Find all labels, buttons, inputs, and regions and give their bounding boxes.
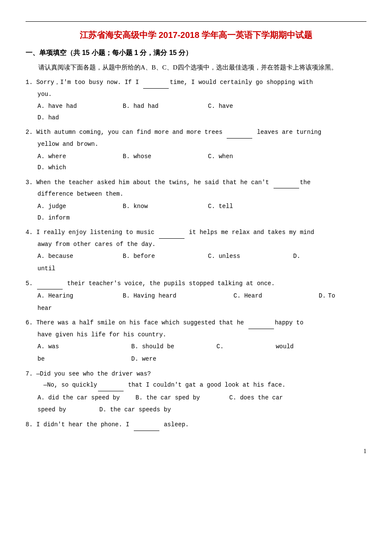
q1-option-c: C. have (208, 101, 289, 112)
section-title: 一、单项填空（共 15 小题；每小题 1 分，满分 15 分） (26, 49, 366, 58)
q4-text: 4. I really enjoy listening to music it … (26, 227, 366, 239)
q2-text-cont: yellow and brown. (26, 139, 366, 150)
question-8: 8. I didn't hear the phone. I asleep. (26, 419, 366, 431)
q6-option-c-text: would (229, 341, 294, 353)
q5-option-d-label: D. (319, 290, 326, 302)
q7-option-c: C. does the car (229, 392, 283, 404)
q4-option-d-text: until (26, 263, 366, 275)
top-divider (26, 21, 366, 22)
question-2: 2. With autumn coming, you can find more… (26, 127, 366, 173)
q7-blank (98, 379, 124, 391)
q3-option-b: B. know (123, 201, 204, 212)
instruction: 请认真阅读下面各题，从题中所给的A、B、C、D四个选项中，选出最佳选项，并在答题… (26, 62, 366, 73)
q8-text: 8. I didn't hear the phone. I asleep. (26, 419, 366, 431)
q7-text1: 7. —Did you see who the driver was? (26, 368, 366, 380)
q5-option-b: B. Having heard (123, 290, 229, 302)
q4-text-cont: away from other cares of the day. (26, 239, 366, 250)
question-3: 3. When the teacher asked him about the … (26, 177, 366, 223)
q3-text-cont: difference between them. (26, 188, 366, 200)
q6-option-be-cont: be (37, 353, 131, 365)
q6-text: 6. There was a half smile on his face wh… (26, 317, 366, 329)
q5-text: 5. their teacher's voice, the pupils sto… (26, 278, 366, 290)
q4-blank (159, 227, 184, 239)
q7-text2: —No, so quickly that I couldn't gat a go… (26, 379, 366, 391)
page-number: 1 (363, 448, 366, 455)
q2-options: A. where B. whose C. when D. which (26, 151, 366, 173)
q7-option-d: D. the car speeds by (99, 404, 171, 416)
q1-options: A. have had B. had had C. have D. had (26, 101, 366, 123)
q3-options: A. judge B. know C. tell D. inform (26, 201, 366, 223)
q5-option-c: C. Heard (233, 290, 314, 302)
q5-options: A. Hearing B. Having heard C. Heard D. T… (26, 290, 366, 302)
q2-text: 2. With autumn coming, you can find more… (26, 127, 366, 139)
q6-options-cd: be D. were (26, 353, 366, 365)
q3-option-c: C. tell (208, 201, 289, 212)
q6-option-b: B. should be (131, 341, 216, 353)
q6-option-c-label: C. (216, 341, 229, 353)
question-7: 7. —Did you see who the driver was? —No,… (26, 368, 366, 416)
q7-option-a: A. did the car speed by (37, 392, 135, 404)
q6-option-a: A. was (37, 341, 131, 353)
q1-text: 1. Sorry，I'm too busy now. If I time, I … (26, 77, 366, 89)
q7-options-abc: A. did the car speed by B. the car sped … (26, 392, 366, 404)
q5-hear: hear (26, 303, 366, 314)
q2-option-d: D. which (37, 162, 118, 173)
q4-option-a: A. because (37, 251, 118, 262)
main-title: 江苏省海安高级中学 2017-2018 学年高一英语下学期期中试题 (26, 29, 366, 41)
q6-text-cont: have given his life for his country. (26, 329, 366, 341)
q1-option-b: B. had had (123, 101, 204, 112)
q1-text-cont: you. (26, 89, 366, 100)
q5-option-d-text: To (328, 290, 335, 302)
q6-options-ab: A. was B. should be C. would (26, 341, 366, 353)
q6-option-d: D. were (131, 353, 156, 365)
q7-options-d: speed by D. the car speeds by (26, 404, 366, 416)
question-4: 4. I really enjoy listening to music it … (26, 227, 366, 274)
q2-option-c: C. when (208, 151, 289, 162)
q7-speed-by: speed by (37, 404, 99, 416)
q2-option-b: B. whose (123, 151, 204, 162)
q4-option-b: B. before (123, 251, 204, 262)
q1-blank (143, 77, 169, 89)
q2-option-a: A. where (37, 151, 118, 162)
q3-option-d: D. inform (37, 212, 118, 224)
q1-option-a: A. have had (37, 101, 118, 112)
q7-option-b: B. the car sped by (135, 392, 229, 404)
question-1: 1. Sorry，I'm too busy now. If I time, I … (26, 77, 366, 123)
question-6: 6. There was a half smile on his face wh… (26, 317, 366, 364)
q3-option-a: A. judge (37, 201, 118, 212)
q3-blank (274, 177, 299, 189)
q1-option-d: D. had (37, 112, 118, 124)
q2-blank (227, 127, 252, 139)
q4-option-c: C. unless (208, 251, 289, 262)
q4-option-d-label: D. (293, 251, 302, 262)
q5-blank (37, 278, 63, 290)
q3-text: 3. When the teacher asked him about the … (26, 177, 366, 189)
instruction-text: 请认真阅读下面各题，从题中所给的A、B、C、D四个选项中，选出最佳选项，并在答题… (38, 64, 337, 71)
q8-blank (134, 419, 159, 431)
q5-option-a: A. Hearing (37, 290, 118, 302)
q6-blank (248, 317, 274, 329)
q4-options-abc: A. because B. before C. unless D. (26, 251, 366, 262)
question-5: 5. their teacher's voice, the pupils sto… (26, 278, 366, 314)
